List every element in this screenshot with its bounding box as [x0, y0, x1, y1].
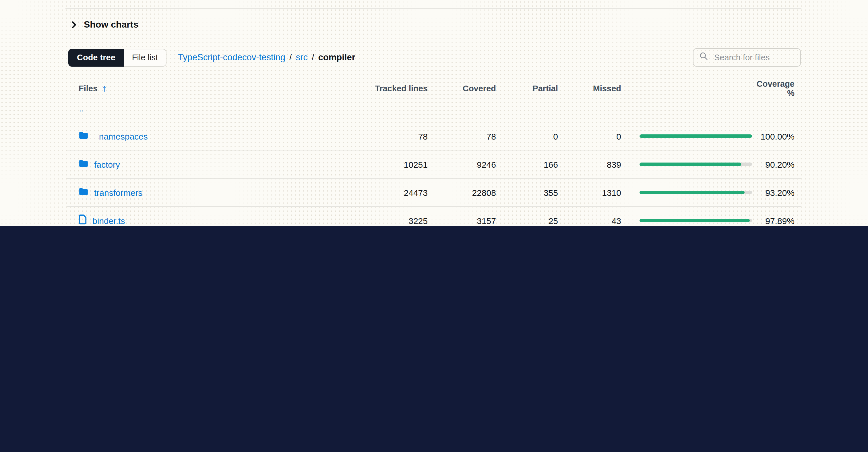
breadcrumb-current: compiler — [318, 52, 355, 63]
table-row[interactable]: binder.ts 3225 3157 25 43 97.89% — [67, 207, 801, 226]
app-viewport: Show charts Code tree File list TypeScri… — [0, 0, 868, 226]
folder-icon — [79, 187, 88, 195]
breadcrumb-src-link[interactable]: src — [296, 52, 308, 63]
folder-icon — [79, 159, 88, 168]
search-input[interactable] — [713, 52, 795, 63]
coverage-bar — [640, 219, 752, 222]
parent-directory-row[interactable]: .. — [67, 95, 801, 122]
partial-value: 166 — [496, 159, 558, 169]
code-tree-button[interactable]: Code tree — [68, 49, 124, 66]
missed-column-header[interactable]: Missed — [558, 84, 621, 93]
coverage-bar-track — [640, 134, 752, 138]
coverage-bar — [640, 162, 752, 166]
folder-icon — [79, 131, 88, 142]
tracked-lines-value: 78 — [359, 131, 428, 141]
tracked-lines-column-header[interactable]: Tracked lines — [359, 84, 428, 93]
breadcrumb-separator: / — [312, 52, 314, 63]
breadcrumb-repo-link[interactable]: TypeScript-codecov-testing — [178, 52, 285, 63]
covered-column-header[interactable]: Covered — [428, 84, 496, 93]
breadcrumb-separator: / — [289, 52, 292, 63]
partial-column-header[interactable]: Partial — [496, 84, 558, 93]
covered-value: 9246 — [428, 159, 496, 169]
covered-value: 22808 — [428, 187, 496, 197]
coverage-bar-fill — [640, 219, 750, 222]
coverage-table: Files ↑ Tracked lines Covered Partial Mi… — [67, 79, 801, 226]
missed-value: 0 — [558, 131, 621, 141]
coverage-percent: 97.89% — [752, 216, 795, 225]
tracked-lines-value: 10251 — [359, 159, 428, 169]
table-row[interactable]: transformers 24473 22808 355 1310 93.20% — [67, 179, 801, 207]
files-column-header[interactable]: Files ↑ — [67, 84, 359, 93]
file-list-button[interactable]: File list — [124, 49, 166, 66]
partial-value: 355 — [496, 187, 558, 197]
coverage-percent: 93.20% — [752, 187, 795, 197]
file-icon — [79, 214, 87, 226]
tracked-lines-value: 24473 — [359, 187, 428, 197]
sort-ascending-icon: ↑ — [102, 84, 107, 93]
coverage-bar-track — [640, 162, 752, 166]
coverage-bar — [640, 191, 752, 194]
parent-directory-link[interactable]: .. — [67, 104, 359, 113]
folder-icon — [79, 131, 88, 139]
coverage-bar-fill — [640, 134, 752, 138]
show-charts-label: Show charts — [84, 20, 138, 30]
view-toggle: Code tree File list — [68, 49, 166, 66]
table-header-row: Files ↑ Tracked lines Covered Partial Mi… — [67, 79, 801, 95]
table-row[interactable]: factory 10251 9246 166 839 90.20% — [67, 150, 801, 179]
covered-value: 78 — [428, 131, 496, 141]
page-sheet: Show charts Code tree File list TypeScri… — [0, 0, 868, 226]
file-link[interactable]: transformers — [94, 187, 143, 197]
tracked-lines-value: 3225 — [359, 216, 428, 225]
missed-value: 1310 — [558, 187, 621, 197]
file-search-box[interactable] — [693, 48, 801, 67]
folder-icon — [79, 187, 88, 198]
missed-value: 43 — [558, 216, 621, 225]
coverage-bar-fill — [640, 191, 744, 194]
folder-icon — [79, 159, 88, 170]
coverage-bar-track — [640, 219, 752, 222]
partial-value: 0 — [496, 131, 558, 141]
file-link[interactable]: binder.ts — [92, 216, 125, 225]
partial-value: 25 — [496, 216, 558, 225]
top-divider — [65, 8, 801, 9]
show-charts-toggle[interactable]: Show charts — [70, 20, 138, 30]
coverage-percent: 90.20% — [752, 159, 795, 169]
coverage-column-header[interactable]: Coverage % — [752, 79, 795, 98]
table-row[interactable]: _namespaces 78 78 0 0 100.00% — [67, 122, 801, 150]
coverage-percent: 100.00% — [752, 131, 795, 141]
file-link[interactable]: factory — [94, 159, 120, 169]
missed-value: 839 — [558, 159, 621, 169]
controls-row: Code tree File list TypeScript-codecov-t… — [68, 48, 801, 67]
breadcrumb: TypeScript-codecov-testing / src / compi… — [178, 52, 355, 63]
table-body: _namespaces 78 78 0 0 100.00% factory 10… — [67, 122, 801, 226]
chevron-right-icon — [70, 21, 78, 29]
covered-value: 3157 — [428, 216, 496, 225]
coverage-bar — [640, 134, 752, 138]
coverage-bar-fill — [640, 162, 741, 166]
file-icon — [79, 214, 87, 224]
file-link[interactable]: _namespaces — [94, 131, 148, 141]
coverage-bar-track — [640, 191, 752, 194]
search-icon — [699, 52, 708, 63]
